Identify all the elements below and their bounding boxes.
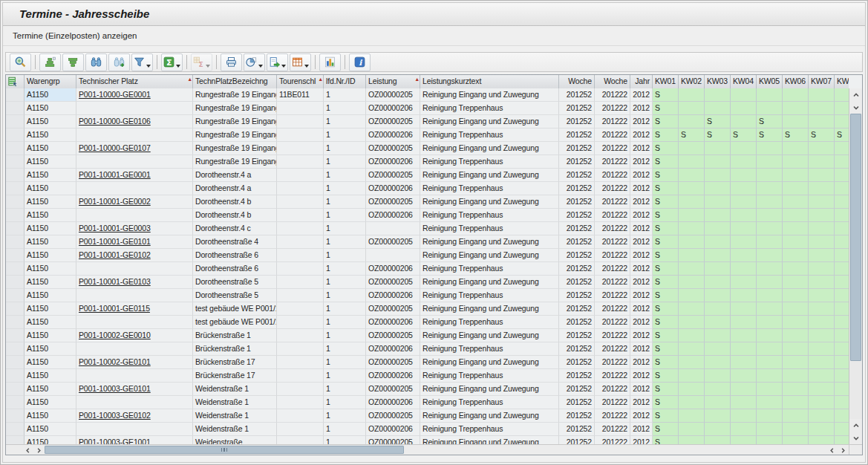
kw-cell[interactable]: S	[653, 169, 679, 182]
warengrp-cell[interactable]: A1150	[25, 115, 76, 129]
kw-cell[interactable]	[679, 342, 705, 356]
kw-cell[interactable]: S	[731, 129, 757, 142]
bezeichnung-cell[interactable]: Dorotheenstraße 5	[193, 289, 277, 302]
kw-cell[interactable]	[835, 102, 849, 115]
technischer-platz-link[interactable]: P001-10001-GE0003	[76, 222, 193, 235]
kw-cell[interactable]	[679, 195, 705, 209]
kw-cell[interactable]	[731, 169, 757, 182]
touren-cell[interactable]	[277, 169, 324, 182]
woche2-cell[interactable]: 201222	[595, 129, 630, 142]
kurztext-cell[interactable]: Reinigung Eingang und Zuwegung	[420, 329, 559, 342]
woche1-cell[interactable]: 201252	[559, 289, 595, 302]
jahr-cell[interactable]: 2012	[630, 369, 653, 383]
horizontal-scroll-thumb[interactable]	[45, 446, 404, 454]
warengrp-cell[interactable]: A1150	[25, 262, 76, 276]
kw-cell[interactable]: S	[653, 88, 679, 102]
lfd-cell[interactable]: 1	[324, 155, 366, 169]
row-selector[interactable]	[6, 369, 25, 383]
kurztext-cell[interactable]: Reinigung Treppenhaus	[420, 209, 559, 222]
warengrp-cell[interactable]: A1150	[25, 396, 76, 409]
column-header-kw06[interactable]: KW06	[783, 75, 809, 88]
leistung-cell[interactable]: OZ00000206	[366, 262, 420, 276]
kw-cell[interactable]	[731, 329, 757, 342]
warengrp-cell[interactable]: A1150	[25, 155, 76, 169]
kw-cell[interactable]	[679, 262, 705, 276]
kw-cell[interactable]	[809, 369, 835, 383]
woche2-cell[interactable]: 201222	[595, 102, 630, 115]
kw-cell[interactable]	[731, 383, 757, 396]
lfd-cell[interactable]: 1	[324, 369, 366, 383]
kw-cell[interactable]: S	[653, 342, 679, 356]
kw-cell[interactable]	[835, 169, 849, 182]
kw-cell[interactable]	[783, 289, 809, 302]
bezeichnung-cell[interactable]: Brückenstraße 17	[193, 369, 277, 383]
information-button[interactable]: i	[349, 53, 371, 71]
kurztext-cell[interactable]: Reinigung Eingang und Zuwegung	[420, 169, 559, 182]
kw-cell[interactable]	[731, 302, 757, 316]
horizontal-scroll-track[interactable]	[45, 445, 826, 455]
row-selector[interactable]	[6, 182, 25, 195]
kw-cell[interactable]	[835, 302, 849, 316]
leistung-cell[interactable]: OZ00000206	[366, 155, 420, 169]
touren-cell[interactable]	[277, 209, 324, 222]
kw-cell[interactable]	[783, 409, 809, 423]
warengrp-cell[interactable]: A1150	[25, 356, 76, 369]
leistung-cell[interactable]	[366, 222, 420, 235]
kurztext-cell[interactable]: Reinigung Eingang und Zuwegung	[420, 276, 559, 289]
kw-cell[interactable]	[731, 396, 757, 409]
kw-cell[interactable]	[705, 302, 731, 316]
kw-cell[interactable]: S	[653, 356, 679, 369]
column-header-woche2[interactable]: Woche	[595, 75, 630, 88]
woche1-cell[interactable]: 201252	[559, 155, 595, 169]
kw-cell[interactable]	[835, 409, 849, 423]
woche1-cell[interactable]: 201252	[559, 235, 595, 249]
sort-ascending-button[interactable]	[39, 53, 61, 71]
kurztext-cell[interactable]: Reinigung Treppenhaus	[420, 423, 559, 436]
column-header-kw03[interactable]: KW03	[705, 75, 731, 88]
row-selector[interactable]	[6, 396, 25, 409]
leistung-cell[interactable]: OZ00000206	[366, 369, 420, 383]
touren-cell[interactable]: 11BE011	[277, 88, 324, 102]
kw-cell[interactable]	[731, 342, 757, 356]
kw-cell[interactable]	[757, 409, 783, 423]
kw-cell[interactable]	[783, 329, 809, 342]
column-header-kurztext[interactable]: Leistungskurztext	[420, 75, 559, 88]
lfd-cell[interactable]: 1	[324, 115, 366, 129]
vertical-scroll-track[interactable]	[849, 114, 862, 419]
warengrp-cell[interactable]: A1150	[25, 302, 76, 316]
technischer-platz-link[interactable]: P001-10003-GE0102	[76, 409, 193, 423]
kw-cell[interactable]: S	[653, 409, 679, 423]
kw-cell[interactable]	[783, 142, 809, 155]
touren-cell[interactable]	[277, 142, 324, 155]
kw-cell[interactable]	[835, 155, 849, 169]
touren-cell[interactable]	[277, 342, 324, 356]
woche2-cell[interactable]: 201222	[595, 329, 630, 342]
kurztext-cell[interactable]: Reinigung Treppenhaus	[420, 342, 559, 356]
kw-cell[interactable]	[783, 276, 809, 289]
row-selector[interactable]	[6, 342, 25, 356]
kw-cell[interactable]	[705, 169, 731, 182]
woche2-cell[interactable]: 201222	[595, 423, 630, 436]
kw-cell[interactable]	[731, 195, 757, 209]
kw-cell[interactable]	[835, 289, 849, 302]
kw-cell[interactable]	[835, 195, 849, 209]
warengrp-cell[interactable]: A1150	[25, 142, 76, 155]
kurztext-cell[interactable]: Reinigung Eingang und Zuwegung	[420, 142, 559, 155]
choose-detail-button[interactable]	[10, 53, 31, 71]
bezeichnung-cell[interactable]: Rungestraße 19 Eingang B	[193, 115, 277, 129]
kw-cell[interactable]: S	[653, 396, 679, 409]
kw-cell[interactable]	[809, 342, 835, 356]
touren-cell[interactable]	[277, 262, 324, 276]
graphic-button[interactable]	[319, 53, 341, 71]
kurztext-cell[interactable]: Reinigung Treppenhaus	[420, 222, 559, 235]
jahr-cell[interactable]: 2012	[630, 302, 653, 316]
kw-cell[interactable]	[809, 235, 835, 249]
kw-cell[interactable]	[757, 209, 783, 222]
woche1-cell[interactable]: 201252	[559, 142, 595, 155]
kw-cell[interactable]	[731, 316, 757, 329]
bezeichnung-cell[interactable]: Dorotheenstr.4 b	[193, 209, 277, 222]
platz-cell[interactable]	[76, 369, 193, 383]
kw-cell[interactable]	[705, 316, 731, 329]
kw-cell[interactable]	[835, 249, 849, 262]
woche2-cell[interactable]: 201222	[595, 276, 630, 289]
